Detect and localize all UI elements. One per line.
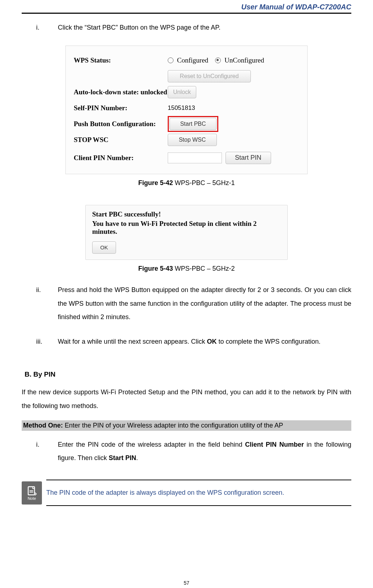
start-pin-button[interactable]: Start PIN — [226, 152, 271, 164]
figure-5-43-bold: Figure 5-43 — [138, 265, 173, 272]
header-divider — [22, 13, 351, 14]
stop-wsc-label: STOP WSC — [74, 136, 168, 144]
note-icon: Note — [22, 481, 42, 505]
method-one-bold: Method One: — [23, 422, 63, 429]
autolock-label: Auto-lock-down state: unlocked — [74, 88, 168, 96]
section-b-heading: B. By PIN — [25, 370, 351, 378]
section-b-intro: If the new device supports Wi-Fi Protect… — [22, 386, 351, 413]
step-ii: ii. Press and hold the WPS Button equipp… — [36, 283, 351, 324]
note-text: The PIN code of the adapter is always di… — [46, 480, 351, 505]
pbc-success-dialog: Start PBC successfully! You have to run … — [85, 205, 288, 260]
page-number: 57 — [0, 580, 373, 586]
wps-status-value: Configured UnConfigured — [168, 56, 264, 64]
unlock-button[interactable]: Unlock — [168, 86, 196, 98]
step-b-i-text: Enter the PIN code of the wireless adapt… — [58, 438, 351, 465]
wps-settings-panel: WPS Status: Configured UnConfigured Rese… — [65, 46, 308, 174]
reset-unconfigured-button[interactable]: Reset to UnConfigured — [168, 70, 251, 82]
configured-text: Configured — [177, 56, 209, 64]
step-b-i: i. Enter the PIN code of the wireless ad… — [36, 438, 351, 465]
step-i: i. Click the “Start PBC” Button on the W… — [36, 21, 351, 35]
note-body: The PIN code of the adapter is always di… — [46, 480, 351, 506]
figure-5-42-caption: Figure 5-42 WPS-PBC – 5GHz-1 — [22, 179, 351, 187]
step-iii: iii. Wait for a while until the next scr… — [36, 335, 351, 349]
pbc-success-line2: You have to run Wi-Fi Protected Setup in… — [92, 220, 281, 236]
ok-button[interactable]: OK — [92, 241, 116, 254]
header-title: User Manual of WDAP-C7200AC — [22, 0, 351, 11]
client-pin-label: Client PIN Number: — [74, 154, 168, 162]
figure-5-43-caption: Figure 5-43 WPS-PBC – 5GHz-2 — [22, 265, 351, 272]
step-i-marker: i. — [36, 21, 58, 35]
method-one-rest: Enter the PIN of your Wireless adapter i… — [63, 422, 283, 429]
step-iii-text: Wait for a while until the next screen a… — [58, 335, 351, 349]
pbc-label: Push Button Configuration: — [74, 120, 168, 128]
figure-5-42-bold: Figure 5-42 — [138, 179, 173, 186]
note-icon-label: Note — [27, 496, 36, 501]
start-pbc-button[interactable]: Start PBC — [170, 118, 216, 130]
start-pbc-highlight: Start PBC — [168, 116, 218, 132]
radio-unconfigured[interactable] — [215, 57, 221, 63]
pbc-success-line1: Start PBC successfully! — [92, 210, 281, 218]
figure-5-42-rest: WPS-PBC – 5GHz-1 — [173, 179, 235, 186]
wps-status-label: WPS Status: — [74, 56, 168, 64]
radio-configured[interactable] — [168, 57, 173, 63]
figure-5-43-rest: WPS-PBC – 5GHz-2 — [173, 265, 235, 272]
stop-wsc-button[interactable]: Stop WSC — [168, 134, 217, 146]
step-b-i-marker: i. — [36, 438, 58, 465]
self-pin-value: 15051813 — [168, 104, 195, 112]
method-one-bar: Method One: Enter the PIN of your Wirele… — [22, 420, 351, 431]
client-pin-input[interactable] — [168, 153, 222, 163]
step-ii-text: Press and hold the WPS Button equipped o… — [58, 283, 351, 324]
step-ii-marker: ii. — [36, 283, 58, 324]
step-iii-marker: iii. — [36, 335, 58, 349]
self-pin-label: Self-PIN Number: — [74, 104, 168, 112]
step-i-text: Click the “Start PBC” Button on the WPS … — [58, 21, 351, 35]
note-box: Note The PIN code of the adapter is alwa… — [22, 480, 351, 506]
unconfigured-text: UnConfigured — [224, 56, 264, 64]
